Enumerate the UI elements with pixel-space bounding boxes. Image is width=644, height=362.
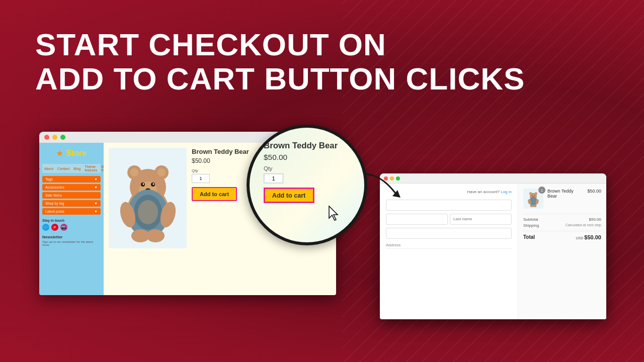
svg-point-28 [532,196,533,197]
nav-contact[interactable]: Contact [57,167,69,170]
total-value: $50.00 [584,234,601,240]
newsletter-text: Sign up to our newsletter for the latest… [42,240,101,246]
window-minimize-dot [52,135,57,140]
window-maximize-dot [60,135,65,140]
subtotal-label: Subtotal [523,217,538,222]
total-currency: USD [576,236,584,240]
sidebar-item-sale[interactable]: Sale Items [42,192,101,199]
svg-point-35 [533,205,536,207]
mag-product-price: $50.00 [264,153,362,161]
mag-qty-input: 1 [264,173,283,184]
checkout-login-link[interactable]: Log in [501,190,512,194]
svg-point-29 [534,196,535,197]
window-close-dot [44,135,49,140]
store-add-to-cart-button[interactable]: Add to cart [192,187,237,201]
newsletter-label: Newsletter [42,235,101,239]
svg-point-5 [157,168,166,176]
checkout-account-info: Have an account? Log in [386,190,512,194]
teddy-bear-image [115,154,181,242]
svg-point-17 [146,229,165,242]
mag-qty-label: Qty [264,166,362,172]
sidebar-item-latest-posts[interactable]: Latest posts ▼ [42,208,101,215]
summary-divider [523,214,601,214]
total-amount-group: USD$50.00 [576,234,601,240]
checkout-body: Have an account? Log in Address [380,184,606,319]
store-nav-bar: Home About Contact Blog Theme features B… [42,164,101,173]
subtotal-value: $50.00 [589,217,601,222]
product-image-box [109,148,187,248]
summary-product-price: $50.00 [587,189,601,194]
stay-in-touch-label: Stay in touch [42,219,101,222]
checkout-name-row [386,214,512,225]
checkout-firstname-field[interactable] [386,214,448,225]
summary-divider-2 [523,231,601,231]
summary-subtotal-row: Subtotal $50.00 [523,217,601,222]
sidebar-item-accessories[interactable]: Accessories ▼ [42,184,101,191]
nav-blog[interactable]: Blog [73,167,80,170]
summary-product-image: 1 [523,189,543,209]
checkout-titlebar [380,173,606,184]
svg-point-26 [535,193,537,194]
svg-point-10 [152,183,154,185]
store-logo-star: ★ [56,149,63,157]
sidebar-item-tags[interactable]: Tags ▼ [42,176,101,183]
headline-line1: START CHECKOUT ON [35,28,525,62]
social-icons: 🐦 P 📷 [42,224,101,231]
checkout-email-field[interactable] [386,200,512,211]
checkout-lastname-field[interactable] [450,214,512,225]
shipping-value: Calculated at next step [566,223,601,228]
summary-total-row: Total USD$50.00 [523,234,601,240]
checkout-country-select[interactable] [386,228,512,239]
checkout-order-summary: 1 Brown Teddy Bear $50.00 Subtotal $50.0… [518,184,606,319]
shipping-label: Shipping [523,223,539,228]
instagram-icon[interactable]: 📷 [60,224,67,231]
mag-product-title: Brown Teddy Bear [264,140,362,150]
pinterest-icon[interactable]: P [51,224,58,231]
svg-marker-19 [329,206,338,220]
store-logo: ★ Store [42,147,101,160]
svg-point-3 [130,168,138,176]
store-sidebar: ★ Store Home About Contact Blog Theme fe… [39,143,104,295]
svg-point-24 [530,193,531,194]
magnifier-circle: Brown Teddy Bear $50.00 Qty 1 Add to car… [247,125,367,245]
cursor-icon [327,205,341,221]
nav-home[interactable]: Home [39,167,40,170]
magnifier-content: Brown Teddy Bear $50.00 Qty 1 Add to car… [250,128,367,216]
checkout-browser-window: Have an account? Log in Address [380,173,606,319]
sidebar-item-shop-by-tag[interactable]: Shop by tag ▼ [42,200,101,207]
nav-about[interactable]: About [44,167,53,170]
svg-point-9 [142,183,144,185]
summary-shipping-row: Shipping Calculated at next step [523,223,601,228]
svg-point-18 [138,200,158,224]
nav-features[interactable]: Theme features [85,165,97,172]
summary-quantity-badge: 1 [538,187,545,194]
checkout-address-field[interactable]: Address [386,242,512,249]
store-qty-input[interactable]: 1 [192,174,210,183]
total-label: Total [523,234,535,240]
twitter-icon[interactable]: 🐦 [42,224,49,231]
mag-add-to-cart-button[interactable]: Add to cart [264,188,314,203]
summary-product-name: Brown Teddy Bear [547,189,583,199]
headline-line2: ADD TO CART BUTTON CLICKS [35,62,525,96]
summary-product-item: 1 Brown Teddy Bear $50.00 [523,189,601,209]
headline: START CHECKOUT ON ADD TO CART BUTTON CLI… [35,28,525,96]
